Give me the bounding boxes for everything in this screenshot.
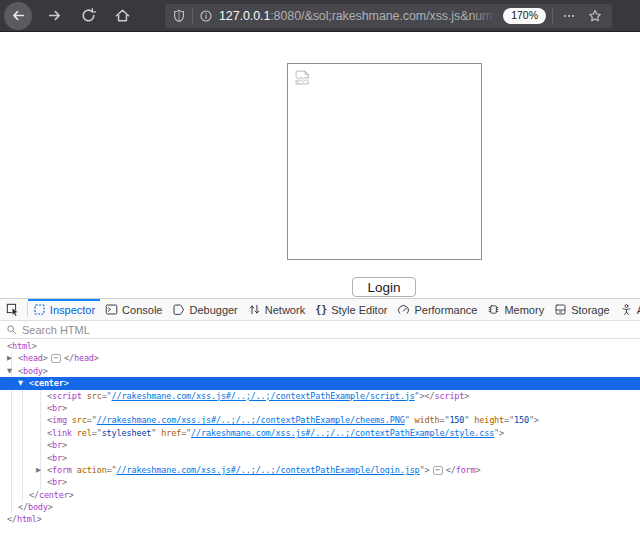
markup-token: form bbox=[52, 465, 72, 475]
markup-token: > bbox=[69, 490, 74, 500]
markup-token: html bbox=[17, 514, 37, 524]
tab-memory[interactable]: Memory bbox=[482, 299, 549, 320]
markup-row[interactable]: ▶<form action="//rakeshmane.com/xss.js#/… bbox=[0, 464, 640, 476]
collapse-arrow-icon[interactable]: ▼ bbox=[7, 365, 12, 377]
tab-inspector[interactable]: Inspector bbox=[28, 299, 100, 320]
home-button[interactable] bbox=[108, 2, 136, 30]
markup-row[interactable]: </center> bbox=[0, 489, 640, 501]
markup-token: > bbox=[37, 514, 42, 524]
url-bar[interactable]: 127.0.0.1:8080/&sol;rakeshmane.com/xss.j… bbox=[165, 4, 612, 28]
page-actions-button[interactable] bbox=[559, 6, 579, 26]
gauge-icon bbox=[397, 303, 410, 316]
back-icon bbox=[10, 7, 27, 24]
markup-token: src bbox=[87, 391, 102, 401]
markup-token: html bbox=[12, 341, 32, 351]
search-input[interactable] bbox=[22, 324, 634, 336]
markup-token: </ bbox=[425, 391, 435, 401]
markup-token: rel bbox=[77, 428, 92, 438]
reload-icon bbox=[80, 7, 97, 24]
tab-network[interactable]: Network bbox=[243, 299, 310, 320]
back-button[interactable] bbox=[4, 2, 32, 30]
markup-token: "> bbox=[529, 415, 539, 425]
chip-icon bbox=[487, 303, 500, 316]
markup-token: //rakeshmane.com/xss.js#/..;/..;/context… bbox=[191, 428, 494, 438]
element-picker-button[interactable] bbox=[0, 299, 27, 320]
shield-icon[interactable] bbox=[172, 9, 186, 23]
page-actions-divider bbox=[552, 8, 553, 24]
markup-token: > bbox=[48, 502, 53, 512]
markup-row[interactable]: <script src="//rakeshmane.com/xss.js#/..… bbox=[0, 390, 640, 402]
home-icon bbox=[114, 7, 131, 24]
markup-row[interactable]: <br> bbox=[0, 439, 640, 451]
tab-label: Debugger bbox=[189, 304, 237, 316]
markup-row[interactable]: <link rel="stylesheet" href="//rakeshman… bbox=[0, 427, 640, 439]
console-icon bbox=[105, 303, 118, 316]
page-content: Login bbox=[128, 33, 640, 297]
collapse-arrow-icon[interactable]: ▼ bbox=[18, 377, 23, 389]
broken-image bbox=[287, 63, 482, 260]
markup-token: //rakeshmane.com/xss.js#/..;/..;/context… bbox=[117, 465, 420, 475]
expand-arrow-icon[interactable]: ▶ bbox=[7, 352, 12, 364]
markup-token: br bbox=[52, 453, 62, 463]
tab-debugger[interactable]: Debugger bbox=[167, 299, 242, 320]
collapsed-content-pill[interactable]: ⋯ bbox=[433, 466, 443, 475]
markup-row[interactable]: </html> bbox=[0, 513, 640, 525]
markup-token: br bbox=[52, 477, 62, 487]
reload-button[interactable] bbox=[74, 2, 102, 30]
tab-performance[interactable]: Performance bbox=[392, 299, 482, 320]
markup-token: head bbox=[23, 353, 43, 363]
markup-token: src bbox=[72, 415, 87, 425]
markup-token: body bbox=[28, 502, 48, 512]
markup-row[interactable]: ▶<head>⋯</head> bbox=[0, 352, 640, 364]
element-picker-icon bbox=[6, 303, 20, 317]
zoom-indicator[interactable]: 170% bbox=[503, 8, 546, 24]
tab-label: Network bbox=[265, 304, 305, 316]
markup-token: </ bbox=[29, 490, 39, 500]
bookmark-star-button[interactable] bbox=[585, 6, 605, 26]
braces-icon: {} bbox=[315, 304, 327, 315]
markup-tree: <html>▶<head>⋯</head>▼<body>▼<center><sc… bbox=[0, 339, 640, 526]
browser-toolbar: 127.0.0.1:8080/&sol;rakeshmane.com/xss.j… bbox=[0, 0, 640, 32]
markup-token: > bbox=[464, 391, 469, 401]
forward-icon bbox=[46, 7, 63, 24]
url-text: 127.0.0.1:8080/&sol;rakeshmane.com/xss.j… bbox=[219, 9, 497, 23]
tab-label: Memory bbox=[504, 304, 544, 316]
storage-icon bbox=[554, 303, 567, 316]
login-button[interactable]: Login bbox=[352, 277, 416, 297]
markup-token: =" bbox=[92, 428, 102, 438]
markup-token: > bbox=[62, 440, 67, 450]
info-icon[interactable] bbox=[199, 9, 213, 23]
markup-token: =" bbox=[87, 415, 97, 425]
network-icon bbox=[248, 303, 261, 316]
markup-row[interactable]: </body> bbox=[0, 501, 640, 513]
markup-token: height bbox=[474, 415, 504, 425]
markup-row[interactable]: <img src="//rakeshmane.com/xss.js#/..;/.… bbox=[0, 414, 640, 426]
tab-accessibility[interactable]: Acce bbox=[615, 299, 640, 320]
star-icon bbox=[588, 9, 602, 23]
tab-storage[interactable]: Storage bbox=[549, 299, 615, 320]
tab-console[interactable]: Console bbox=[100, 299, 167, 320]
markup-row[interactable]: ▼<center> bbox=[0, 377, 640, 389]
tab-label: Inspector bbox=[50, 304, 95, 316]
markup-row[interactable]: <br> bbox=[0, 452, 640, 464]
url-host: 127.0.0.1 bbox=[219, 9, 270, 23]
markup-row[interactable]: <br> bbox=[0, 402, 640, 414]
markup-token: </ bbox=[64, 353, 74, 363]
markup-token: > bbox=[62, 453, 67, 463]
forward-button[interactable] bbox=[40, 2, 68, 30]
tab-style-editor[interactable]: {}Style Editor bbox=[310, 299, 392, 320]
markup-token: > bbox=[62, 403, 67, 413]
markup-token: "> bbox=[494, 428, 504, 438]
urlbar-divider bbox=[192, 8, 193, 24]
markup-row[interactable]: <br> bbox=[0, 476, 640, 488]
url-path: :8080/&sol;rakeshmane.com/xss.js&num;/..… bbox=[270, 9, 497, 23]
markup-token: 150 bbox=[514, 415, 529, 425]
markup-token: //rakeshmane.com/xss.js#/..;/..;/context… bbox=[112, 391, 415, 401]
markup-row[interactable]: <html> bbox=[0, 340, 640, 352]
devtools-search-bar bbox=[0, 321, 640, 339]
markup-token: //rakeshmane.com/xss.js#/..;/..;/context… bbox=[97, 415, 405, 425]
markup-row[interactable]: ▼<body> bbox=[0, 365, 640, 377]
expand-arrow-icon[interactable]: ▶ bbox=[36, 464, 41, 476]
collapsed-content-pill[interactable]: ⋯ bbox=[51, 354, 61, 363]
markup-token: center bbox=[39, 490, 69, 500]
